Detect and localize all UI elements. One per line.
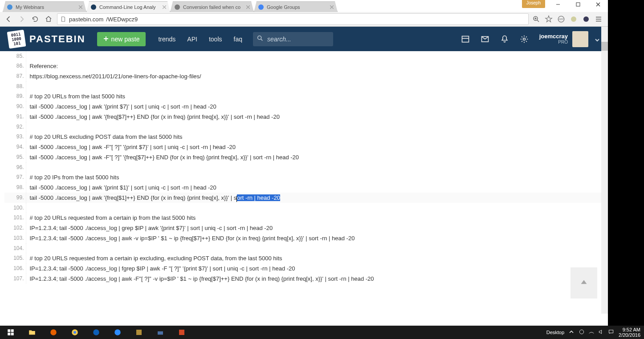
tray-network-icon[interactable]: [588, 329, 595, 336]
paste-content[interactable]: 85.86.Reference:87.https://blog.nexcess.…: [0, 51, 608, 314]
alerts-icon[interactable]: [500, 35, 509, 44]
line-number: 102.: [4, 223, 26, 233]
search-input[interactable]: [267, 36, 321, 43]
pastebin-logo-text[interactable]: PASTEBIN: [29, 33, 86, 45]
line-content[interactable]: # top 20 IPs from the last 5000 hits: [26, 172, 603, 182]
line-number: 85.: [4, 51, 26, 61]
tab-close-icon[interactable]: [163, 5, 166, 9]
window-maximize-button[interactable]: [568, 0, 588, 9]
page-scrollbar[interactable]: [601, 27, 608, 314]
show-hidden-tray-icon[interactable]: [569, 329, 574, 335]
profile-name: Joseph: [526, 0, 541, 5]
line-content[interactable]: # top 20 URLS requested from a certain i…: [26, 253, 603, 263]
line-content[interactable]: Reference:: [26, 61, 603, 71]
bookmark-star-icon[interactable]: [545, 15, 553, 23]
line-content[interactable]: IP=1.2.3.4; tail -5000 ./access_log | aw…: [26, 274, 603, 284]
svg-rect-35: [8, 329, 10, 332]
line-content[interactable]: # top 20 URLs from the last 5000 hits: [26, 91, 603, 101]
tab-close-icon[interactable]: [79, 5, 82, 9]
tray-icon-1[interactable]: [579, 329, 585, 336]
browser-profile-badge[interactable]: Joseph: [522, 0, 545, 8]
line-content[interactable]: IP=1.2.3.4; tail -5000 ./access_log | aw…: [26, 233, 603, 243]
reload-button[interactable]: [30, 14, 40, 24]
address-bar[interactable]: pastebin.com/WEDwpcz9: [57, 13, 529, 25]
window-minimize-button[interactable]: [548, 0, 568, 9]
tray-action-center-icon[interactable]: [608, 329, 614, 336]
line-content[interactable]: # top 20 URLs requested from a certain i…: [26, 213, 603, 223]
taskbar-teamviewer[interactable]: [86, 326, 107, 339]
line-content[interactable]: tail -5000 ./access_log | awk '{print $1…: [26, 182, 603, 193]
pastebin-search[interactable]: [253, 32, 333, 46]
messages-icon[interactable]: [481, 35, 489, 44]
window-close-button[interactable]: [588, 0, 608, 9]
browser-tab[interactable]: Google Groups: [254, 1, 338, 12]
start-button[interactable]: [0, 326, 21, 339]
svg-point-39: [50, 329, 57, 335]
line-content[interactable]: tail -5000 ./access_log | awk '{print $7…: [26, 101, 603, 112]
taskbar-powerpoint[interactable]: [171, 326, 192, 339]
line-content[interactable]: [26, 203, 603, 213]
forward-button[interactable]: [17, 14, 27, 24]
nav-tools[interactable]: tools: [209, 36, 222, 43]
home-button[interactable]: [44, 14, 53, 24]
extension-icon-1[interactable]: [570, 15, 578, 23]
adblock-icon[interactable]: ABP: [557, 15, 565, 23]
taskbar-chrome[interactable]: [64, 326, 86, 339]
new-paste-button[interactable]: new paste: [97, 32, 146, 46]
system-tray: [579, 329, 614, 336]
user-menu[interactable]: joemccray PRO: [539, 31, 600, 47]
taskbar-zoom[interactable]: [107, 326, 128, 339]
browser-tab[interactable]: Conversion failed when co: [170, 1, 254, 12]
back-button[interactable]: [4, 14, 13, 24]
tab-close-icon[interactable]: [330, 5, 334, 9]
line-content[interactable]: [26, 162, 603, 172]
code-line: 98.tail -5000 ./access_log | awk '{print…: [4, 182, 603, 193]
settings-gear-icon[interactable]: [520, 35, 529, 44]
line-content[interactable]: tail -5000 ./access_log | awk '{freq[$7]…: [26, 112, 603, 122]
taskbar-clock[interactable]: 9:52 AM 2/20/2016: [619, 327, 640, 338]
tab-title: Conversion failed when co: [183, 4, 245, 10]
line-content[interactable]: [26, 243, 603, 253]
tray-volume-icon[interactable]: [598, 329, 604, 336]
line-content[interactable]: https://blog.nexcess.net/2011/01/21/one-…: [26, 71, 603, 81]
line-content[interactable]: tail -5000 ./access_log | awk '{freq[$1]…: [26, 193, 603, 203]
scroll-to-top-button[interactable]: [571, 267, 597, 299]
code-line: 102.IP=1.2.3.4; tail -5000 ./access_log …: [4, 223, 603, 233]
taskbar-app-1[interactable]: [128, 326, 150, 339]
line-content[interactable]: [26, 122, 603, 132]
browser-tab[interactable]: My Webinars: [3, 1, 86, 12]
extension-icon-2[interactable]: [582, 15, 590, 23]
taskbar-desktop-label[interactable]: Desktop: [546, 330, 564, 335]
zoom-icon[interactable]: [532, 15, 540, 23]
pastebin-header: 0011 1000 101 PASTEBIN new paste trends …: [0, 27, 608, 51]
taskbar-app-2[interactable]: [150, 326, 171, 339]
letterbox: [608, 0, 644, 339]
line-content[interactable]: # top 20 URLS excluding POST data from t…: [26, 132, 603, 142]
nav-api[interactable]: API: [187, 36, 197, 43]
line-content[interactable]: tail -5000 ./access_log | awk -F"[ ?]" '…: [26, 142, 603, 152]
taskbar-firefox[interactable]: [43, 326, 64, 339]
line-number: 105.: [4, 253, 26, 263]
line-content[interactable]: [26, 51, 603, 61]
code-line: 90.tail -5000 ./access_log | awk '{print…: [4, 101, 603, 112]
nav-faq[interactable]: faq: [234, 36, 242, 43]
svg-line-17: [537, 20, 539, 22]
line-number: 90.: [4, 101, 26, 112]
scrollbar-thumb[interactable]: [601, 42, 608, 51]
line-number: 99.: [4, 193, 26, 203]
code-line: 104.: [4, 243, 603, 253]
svg-text:ABP: ABP: [558, 18, 564, 20]
svg-point-43: [114, 329, 121, 335]
nav-trends[interactable]: trends: [158, 36, 175, 43]
archive-icon[interactable]: [461, 35, 470, 44]
line-content[interactable]: IP=1.2.3.4; tail -5000 ./access_log | gr…: [26, 223, 603, 233]
browser-tab[interactable]: Command-Line Log Analy: [86, 1, 170, 12]
pastebin-logo-icon[interactable]: 0011 1000 101: [7, 29, 26, 48]
line-content[interactable]: IP=1.2.3.4; tail -5000 ./access_log | fg…: [26, 263, 603, 274]
chrome-menu-icon[interactable]: [595, 15, 603, 23]
line-content[interactable]: [26, 81, 603, 91]
tab-close-icon[interactable]: [246, 5, 250, 9]
code-line: 96.: [4, 162, 603, 172]
taskbar-file-explorer[interactable]: [21, 326, 43, 339]
line-content[interactable]: tail -5000 ./access_log | awk -F"[ ?]" '…: [26, 152, 603, 162]
